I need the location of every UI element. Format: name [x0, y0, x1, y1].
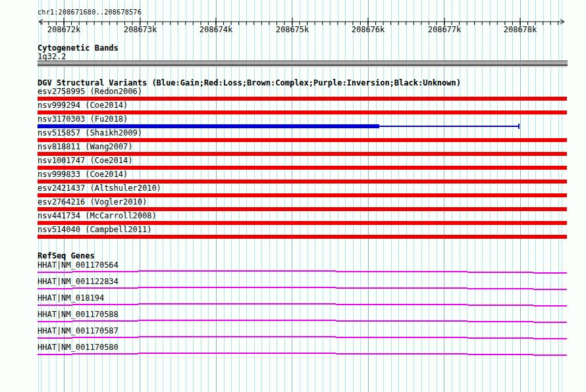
gene-transcript-line[interactable]	[138, 270, 336, 272]
gene-label[interactable]: HHAT|NM_001170564	[38, 261, 119, 270]
gene-transcript-line[interactable]	[467, 272, 533, 273]
gene-transcript-line[interactable]	[138, 353, 336, 354]
gene-transcript-line[interactable]	[72, 320, 138, 322]
gene-transcript-line[interactable]	[336, 271, 467, 272]
variant-label[interactable]: esv2421437 (Altshuler2010)	[38, 184, 161, 193]
cytoband-bar	[38, 61, 568, 66]
gene-transcript-line[interactable]	[533, 272, 567, 274]
gene-label[interactable]: HHAT|NM_001170580	[38, 343, 119, 352]
gene-transcript-line[interactable]	[72, 353, 138, 355]
gene-label[interactable]: HHAT|NM_001170588	[38, 310, 119, 319]
gene-transcript-line[interactable]	[38, 288, 72, 289]
gene-transcript-line[interactable]	[533, 289, 567, 290]
ruler-tick-label: 208677k	[428, 26, 462, 34]
ruler-tick-label: 208675k	[276, 26, 309, 34]
variant-label[interactable]: nsv999833 (Coe2014)	[38, 170, 128, 179]
gene-transcript-line[interactable]	[138, 320, 336, 321]
gene-transcript-line[interactable]	[38, 337, 72, 339]
variant-label[interactable]: nsv818811 (Wang2007)	[38, 143, 133, 151]
gene-transcript-line[interactable]	[533, 322, 567, 323]
ruler-tick-label: 208674k	[200, 26, 233, 34]
ruler-tick-label: 208676k	[352, 26, 385, 34]
gene-label[interactable]: HHAT|NM_001170587	[38, 327, 119, 335]
gene-transcript-line[interactable]	[138, 287, 336, 288]
gene-transcript-line[interactable]	[533, 305, 567, 306]
variant-label[interactable]: esv2764216 (Vogler2010)	[38, 198, 147, 207]
gene-transcript-line[interactable]	[72, 287, 138, 289]
variant-label[interactable]: nsv514040 (Campbell2011)	[38, 226, 151, 234]
gene-transcript-line[interactable]	[72, 337, 138, 338]
gene-label[interactable]: HHAT|NM_001122834	[38, 278, 119, 286]
gene-transcript-line[interactable]	[72, 304, 138, 305]
gene-transcript-line[interactable]	[467, 288, 533, 289]
gene-transcript-line[interactable]	[533, 355, 567, 356]
gene-transcript-line[interactable]	[336, 353, 467, 355]
variant-label[interactable]: nsv515857 (Shaikh2009)	[38, 129, 142, 137]
gene-transcript-line[interactable]	[38, 305, 72, 306]
variant-bar-end-tick	[518, 124, 519, 129]
gene-transcript-line[interactable]	[336, 320, 467, 322]
gene-transcript-line[interactable]	[38, 321, 72, 322]
gene-transcript-line[interactable]	[336, 287, 467, 289]
gene-transcript-line[interactable]	[467, 354, 533, 355]
refseq-header: RefSeq Genes	[38, 252, 95, 260]
gene-transcript-line[interactable]	[467, 337, 533, 339]
gene-transcript-line[interactable]	[336, 337, 467, 338]
gene-transcript-line[interactable]	[467, 305, 533, 306]
gene-label[interactable]: HHAT|NM_018194	[38, 294, 104, 303]
gene-transcript-line[interactable]	[38, 272, 72, 273]
ruler-tick-label: 208672k	[47, 26, 81, 34]
region-title: chr1:208671680..208678576	[38, 9, 142, 16]
gene-transcript-line[interactable]	[467, 321, 533, 322]
variant-label[interactable]: nsv3170303 (Fu2018)	[38, 115, 128, 124]
ruler-tick-label: 208673k	[124, 26, 157, 34]
variant-label[interactable]: nsv1001747 (Coe2014)	[38, 157, 133, 165]
gene-transcript-line[interactable]	[72, 271, 138, 272]
gene-transcript-line[interactable]	[138, 336, 336, 337]
variant-label[interactable]: nsv999294 (Coe2014)	[38, 101, 128, 110]
gene-transcript-line[interactable]	[336, 304, 467, 305]
ruler-tick-label: 208678k	[504, 26, 537, 34]
variant-label[interactable]: nsv441734 (McCarroll2008)	[38, 212, 157, 220]
gene-transcript-line[interactable]	[38, 354, 72, 355]
gene-transcript-line[interactable]	[533, 338, 567, 339]
variant-bar-gain-thin[interactable]	[379, 126, 518, 127]
variant-label[interactable]: esv2758995 (Redon2006)	[38, 87, 142, 96]
genome-browser-view: chr1:208671680..208678576 208672k208673k…	[0, 0, 586, 392]
variant-bar-loss[interactable]	[38, 235, 567, 239]
gene-transcript-line[interactable]	[138, 303, 336, 305]
cytoband-shadow	[38, 66, 568, 67]
